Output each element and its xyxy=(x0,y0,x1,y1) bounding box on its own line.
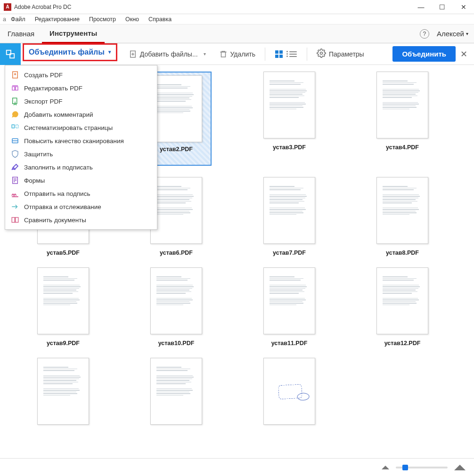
chevron-down-icon: ▾ xyxy=(466,31,468,36)
page-preview xyxy=(150,75,202,142)
zoom-out-icon[interactable] xyxy=(382,466,389,469)
page-preview xyxy=(263,267,315,334)
page-preview xyxy=(263,177,315,244)
footer xyxy=(0,458,474,476)
file-thumbnail[interactable]: устав8.PDF xyxy=(355,177,449,256)
file-thumbnail[interactable] xyxy=(129,358,223,425)
combine-files-dropdown[interactable]: Объединить файлы ▼ xyxy=(23,43,117,61)
dropdown-item-label: Сравнить документы xyxy=(24,217,86,224)
file-name: устав7.PDF xyxy=(273,250,306,256)
menubar: а Файл Редактирование Просмотр Окно Спра… xyxy=(0,14,474,24)
tab-home[interactable]: Главная xyxy=(0,24,42,43)
zoom-slider[interactable] xyxy=(396,467,448,468)
dropdown-item-forms[interactable]: Формы xyxy=(5,174,157,187)
user-name: Алексей xyxy=(437,30,464,38)
page-preview xyxy=(263,72,315,138)
svg-rect-12 xyxy=(12,125,14,128)
file-thumbnail[interactable] xyxy=(16,358,110,425)
fillsign-icon xyxy=(11,163,19,171)
maximize-button[interactable]: ☐ xyxy=(432,0,453,14)
file-thumbnail[interactable] xyxy=(242,358,336,425)
dropdown-item-label: Отправка и отслеживание xyxy=(24,203,101,210)
delete-button[interactable]: Удалить xyxy=(216,50,258,58)
dropdown-item-comment[interactable]: Добавить комментарий xyxy=(5,108,157,121)
dropdown-item-scan[interactable]: Повысить качество сканирования xyxy=(5,134,157,147)
separator xyxy=(265,48,265,61)
tabbar: Главная Инструменты ? Алексей ▾ xyxy=(0,24,474,43)
dropdown-item-send-sign[interactable]: Отправить на подпись xyxy=(5,187,157,200)
svg-rect-23 xyxy=(16,218,18,223)
signature-stamp-icon xyxy=(278,384,302,400)
file-name: устав3.PDF xyxy=(273,144,306,151)
menu-edit[interactable]: Редактирование xyxy=(30,16,84,23)
dropdown-item-track[interactable]: Отправка и отслеживание xyxy=(5,200,157,213)
user-menu[interactable]: Алексей ▾ xyxy=(437,30,468,38)
dropdown-item-organize[interactable]: Систематизировать страницы xyxy=(5,121,157,134)
slider-knob[interactable] xyxy=(402,465,408,470)
dropdown-item-label: Создать PDF xyxy=(24,72,63,79)
tab-tools[interactable]: Инструменты xyxy=(42,24,105,43)
file-name: устав12.PDF xyxy=(384,340,421,347)
protect-icon xyxy=(11,150,19,158)
file-thumbnail[interactable]: устав7.PDF xyxy=(242,177,336,256)
add-files-button[interactable]: Добавить файлы... ▾ xyxy=(126,50,209,58)
compare-icon xyxy=(11,216,19,224)
help-icon[interactable]: ? xyxy=(420,29,429,39)
page-preview xyxy=(376,72,428,138)
list-view-button[interactable] xyxy=(287,48,299,60)
content-area: Создать PDFРедактировать PDFЭкспорт PDFД… xyxy=(0,65,474,458)
dropdown-item-export[interactable]: Экспорт PDF xyxy=(5,95,157,108)
add-files-label: Добавить файлы... xyxy=(140,50,198,58)
page-preview xyxy=(37,358,89,425)
menu-help[interactable]: Справка xyxy=(144,16,176,23)
page-preview xyxy=(376,267,428,334)
list-icon xyxy=(289,51,297,57)
combine-files-label: Объединить файлы xyxy=(29,48,105,56)
dropdown-item-edit[interactable]: Редактировать PDF xyxy=(5,81,157,95)
file-thumbnail[interactable]: устав10.PDF xyxy=(129,267,223,347)
grid-view-button[interactable] xyxy=(273,48,285,60)
file-thumbnail[interactable]: устав9.PDF xyxy=(16,267,110,347)
file-thumbnail[interactable]: устав12.PDF xyxy=(355,267,449,347)
dropdown-item-label: Добавить комментарий xyxy=(24,111,93,118)
svg-rect-13 xyxy=(16,125,18,128)
chevron-down-icon: ▾ xyxy=(204,51,206,56)
file-thumbnail[interactable]: устав4.PDF xyxy=(355,72,449,166)
dropdown-item-create[interactable]: Создать PDF xyxy=(5,68,157,81)
combine-button[interactable]: Объединить xyxy=(392,46,456,62)
parameters-label: Параметры xyxy=(329,50,364,58)
file-name: устав5.PDF xyxy=(47,250,80,256)
send-sign-icon xyxy=(11,189,19,198)
menu-window[interactable]: Окно xyxy=(121,16,144,23)
menu-view[interactable]: Просмотр xyxy=(84,16,121,23)
comment-icon xyxy=(11,110,19,119)
dropdown-item-label: Заполнить и подписать xyxy=(24,164,93,171)
create-icon xyxy=(11,71,19,79)
close-window-button[interactable]: ✕ xyxy=(453,0,474,14)
file-thumbnail[interactable]: устав11.PDF xyxy=(242,267,336,347)
dropdown-item-compare[interactable]: Сравнить документы xyxy=(5,213,157,226)
app-title: Adobe Acrobat Pro DC xyxy=(14,4,71,10)
close-tool-button[interactable]: ✕ xyxy=(460,49,467,59)
export-icon xyxy=(11,97,19,105)
dropdown-item-label: Отправить на подпись xyxy=(24,190,90,197)
svg-rect-8 xyxy=(12,87,15,90)
edit-icon xyxy=(11,84,19,92)
menu-file[interactable]: Файл xyxy=(6,16,30,23)
zoom-in-icon[interactable] xyxy=(454,465,466,470)
combine-tool-icon[interactable] xyxy=(0,43,21,65)
file-name: устав6.PDF xyxy=(160,250,193,256)
svg-rect-9 xyxy=(16,87,18,90)
parameters-button[interactable]: Параметры xyxy=(314,48,367,59)
file-thumbnail[interactable]: устав3.PDF xyxy=(242,72,336,166)
page-preview xyxy=(263,358,315,425)
grid-icon xyxy=(275,50,283,58)
scan-icon xyxy=(11,137,19,145)
file-name: устав9.PDF xyxy=(47,340,80,347)
dropdown-item-protect[interactable]: Защитить xyxy=(5,147,157,161)
dropdown-item-fillsign[interactable]: Заполнить и подписать xyxy=(5,161,157,174)
minimize-button[interactable]: — xyxy=(410,0,432,14)
svg-rect-22 xyxy=(12,218,15,223)
dropdown-item-label: Систематизировать страницы xyxy=(24,124,113,131)
dropdown-item-label: Защитить xyxy=(24,151,53,158)
